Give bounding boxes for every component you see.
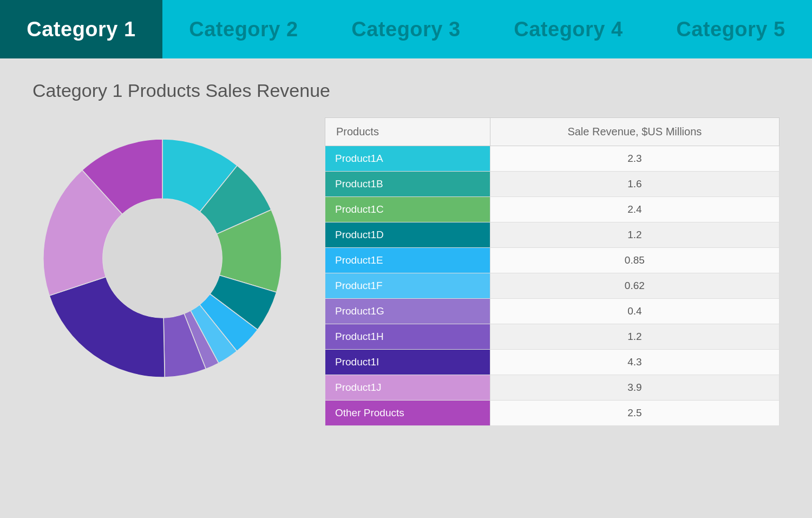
product-label: Product1G: [325, 299, 490, 324]
table-row: Product1C 2.4: [325, 197, 780, 222]
product-label: Product1I: [325, 350, 490, 375]
tab-bar: Category 1Category 2Category 3Category 4…: [0, 0, 812, 58]
products-table: Products Sale Revenue, $US Millions Prod…: [325, 117, 780, 426]
revenue-cell: 4.3: [490, 350, 779, 375]
table-row: Product1H 1.2: [325, 324, 780, 350]
revenue-cell: 2.5: [490, 401, 779, 426]
revenue-cell: 1.2: [490, 222, 779, 248]
product-name-cell: Product1A: [325, 146, 490, 172]
product-name-cell: Other Products: [325, 401, 490, 426]
main-content: Category 1 Products Sales Revenue Produc…: [0, 58, 812, 518]
product-name-cell: Product1B: [325, 172, 490, 197]
tab-cat2[interactable]: Category 2: [162, 0, 325, 58]
revenue-cell: 2.4: [490, 197, 779, 222]
product-name-cell: Product1F: [325, 273, 490, 299]
product-name-cell: Product1I: [325, 350, 490, 375]
table-row: Product1J 3.9: [325, 375, 780, 401]
chart-title: Category 1 Products Sales Revenue: [32, 80, 780, 101]
table-row: Product1D 1.2: [325, 222, 780, 248]
chart-area: Products Sale Revenue, $US Millions Prod…: [32, 117, 780, 426]
table-row: Product1A 2.3: [325, 146, 780, 172]
product-label: Product1E: [325, 248, 490, 273]
product-label: Product1D: [325, 222, 490, 247]
table-row: Product1I 4.3: [325, 350, 780, 375]
tab-cat3[interactable]: Category 3: [325, 0, 487, 58]
revenue-cell: 1.6: [490, 172, 779, 197]
product-label: Product1A: [325, 146, 490, 171]
donut-chart: [32, 128, 292, 388]
product-label: Product1B: [325, 172, 490, 196]
revenue-cell: 0.4: [490, 299, 779, 324]
revenue-cell: 0.85: [490, 248, 779, 273]
col-header-revenue: Sale Revenue, $US Millions: [490, 118, 779, 146]
product-label: Product1H: [325, 324, 490, 349]
tab-cat1[interactable]: Category 1: [0, 0, 162, 58]
product-label: Other Products: [325, 401, 490, 425]
product-name-cell: Product1E: [325, 248, 490, 273]
table-row: Product1E 0.85: [325, 248, 780, 273]
revenue-cell: 1.2: [490, 324, 779, 350]
revenue-cell: 0.62: [490, 273, 779, 299]
product-name-cell: Product1G: [325, 299, 490, 324]
revenue-cell: 3.9: [490, 375, 779, 401]
product-label: Product1C: [325, 197, 490, 222]
product-label: Product1F: [325, 273, 490, 298]
product-label: Product1J: [325, 375, 490, 400]
table-row: Product1B 1.6: [325, 172, 780, 197]
table-row: Other Products 2.5: [325, 401, 780, 426]
product-name-cell: Product1J: [325, 375, 490, 401]
revenue-cell: 2.3: [490, 146, 779, 172]
product-name-cell: Product1C: [325, 197, 490, 222]
product-name-cell: Product1H: [325, 324, 490, 350]
tab-cat4[interactable]: Category 4: [487, 0, 650, 58]
product-name-cell: Product1D: [325, 222, 490, 248]
donut-center: [103, 199, 222, 318]
tab-cat5[interactable]: Category 5: [650, 0, 812, 58]
col-header-product: Products: [325, 118, 490, 146]
table-row: Product1G 0.4: [325, 299, 780, 324]
table-row: Product1F 0.62: [325, 273, 780, 299]
